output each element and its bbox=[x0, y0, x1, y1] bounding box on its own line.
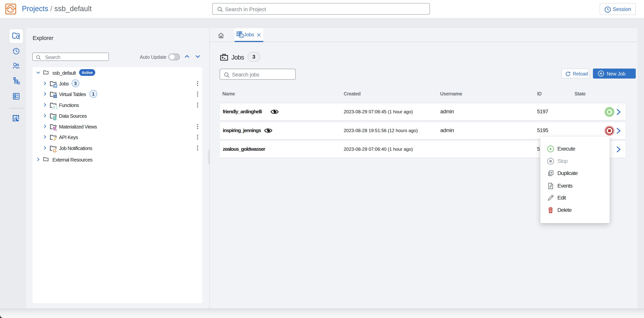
svg-text:( ): ( ) bbox=[54, 106, 57, 109]
